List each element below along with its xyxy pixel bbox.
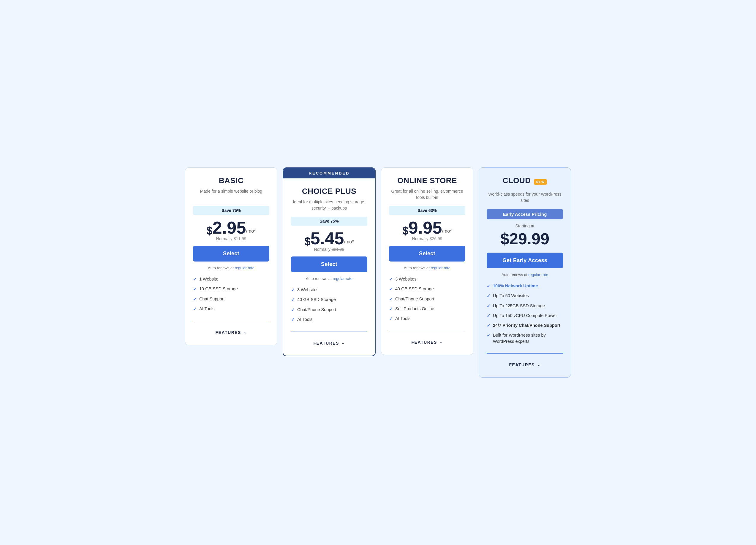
regular-rate-link[interactable]: regular rate [528,272,548,277]
features-toggle[interactable]: FEATURES ⌄ [291,336,367,350]
check-icon: ✓ [291,297,295,303]
auto-renew-text: Auto renews at regular rate [389,266,465,270]
features-list: ✓ 3 Websites ✓ 40 GB SSD Storage ✓ Chat/… [389,276,465,322]
price-dollar: $ [403,226,409,236]
price-dollar: $ [305,236,311,247]
feature-item: ✓ Sell Products Online [389,306,465,312]
new-badge: NEW [534,179,547,185]
feature-item: ✓ AI Tools [291,316,367,323]
feature-text: AI Tools [199,306,214,312]
feature-text: 3 Websites [395,276,416,282]
feature-text: 1 Website [199,276,218,282]
price-period: /mo* [442,229,452,234]
features-toggle[interactable]: FEATURES ⌄ [389,336,465,349]
check-icon: ✓ [193,276,197,282]
select-button[interactable]: Select [389,246,465,262]
price-period: /mo* [246,229,256,234]
check-icon: ✓ [487,323,491,328]
feature-text: 24/7 Priority Chat/Phone Support [493,322,560,328]
feature-item: ✓ AI Tools [193,306,269,312]
pricing-container: BASICMade for a simple website or blogSa… [185,168,571,377]
chevron-down-icon: ⌄ [537,363,541,367]
price-large: $29.99 [487,230,563,248]
price-dollar: $ [207,226,213,236]
recommended-badge: RECOMMENDED [283,168,375,179]
check-icon: ✓ [291,307,295,313]
feature-item: ✓ Chat/Phone Support [389,296,465,302]
select-button[interactable]: Select [291,257,367,272]
features-label: FEATURES [216,330,241,335]
plan-description: World-class speeds for your WordPress si… [487,191,563,204]
check-icon: ✓ [389,316,393,322]
check-icon: ✓ [487,303,491,309]
price-section: $ 5.45 /mo* Normally $21.99 [291,230,367,252]
feature-text: Chat Support [199,296,224,302]
feature-item: ✓ 3 Websites [291,287,367,293]
check-icon: ✓ [291,317,295,323]
plan-divider [487,353,563,353]
check-icon: ✓ [389,286,393,292]
features-toggle[interactable]: FEATURES ⌄ [487,358,563,371]
features-list: ✓ 1 Website ✓ 10 GB SSD Storage ✓ Chat S… [193,276,269,312]
feature-item: ✓ 3 Websites [389,276,465,282]
check-icon: ✓ [193,296,197,302]
feature-text: 40 GB SSD Storage [395,286,434,292]
starting-at-label: Starting at [487,224,563,228]
feature-item: ✓ Chat Support [193,296,269,302]
save-badge: Save 75% [291,217,367,226]
feature-item: ✓ 40 GB SSD Storage [291,296,367,303]
auto-renew-text: Auto renews at regular rate [487,272,563,277]
features-label: FEATURES [509,362,535,367]
select-button[interactable]: Get Early Access [487,253,563,269]
regular-rate-link[interactable]: regular rate [431,266,450,270]
feature-item: ✓ Up To 225GB SSD Storage [487,303,563,309]
features-label: FEATURES [314,341,339,345]
check-icon: ✓ [389,296,393,302]
price-section: $ 2.95 /mo* Normally $11.99 [193,219,269,241]
price-normally: Normally $21.99 [291,247,367,252]
feature-text: Up To 225GB SSD Storage [493,303,545,309]
features-toggle[interactable]: FEATURES ⌄ [193,326,269,339]
regular-rate-link[interactable]: regular rate [235,266,254,270]
plan-card-choice-plus: RECOMMENDEDCHOICE PLUSIdeal for multiple… [283,168,376,356]
auto-renew-text: Auto renews at regular rate [193,266,269,270]
feature-item: ✓ Chat/Phone Support [291,306,367,313]
feature-item: ✓ Built for WordPress sites by WordPress… [487,332,563,344]
feature-item: ✓ 24/7 Priority Chat/Phone Support [487,322,563,328]
feature-item: ✓ AI Tools [389,315,465,322]
plan-card-online-store: ONLINE STOREGreat for all online selling… [381,168,473,355]
plan-description: Ideal for multiple sites needing storage… [291,199,367,211]
regular-rate-link[interactable]: regular rate [333,276,352,281]
plan-card-basic: BASICMade for a simple website or blogSa… [185,168,277,345]
features-list: ✓ 100% Network Uptime ✓ Up To 50 Website… [487,283,563,344]
plan-description: Made for a simple website or blog [193,188,269,201]
feature-item: ✓ 1 Website [193,276,269,282]
feature-link[interactable]: 100% Network Uptime [493,283,538,289]
features-label: FEATURES [412,340,437,345]
price-amount: 9.95 [409,219,442,236]
feature-text: Up To 150 vCPU Compute Power [493,312,557,318]
plan-divider [291,331,367,332]
feature-text: Up To 50 Websites [493,293,529,298]
check-icon: ✓ [193,286,197,292]
plan-name: BASIC [193,176,269,185]
check-icon: ✓ [487,313,491,319]
features-list: ✓ 3 Websites ✓ 40 GB SSD Storage ✓ Chat/… [291,287,367,323]
auto-renew-text: Auto renews at regular rate [291,276,367,281]
feature-text: Built for WordPress sites by WordPress e… [493,332,563,344]
feature-text: AI Tools [395,315,410,321]
feature-text: Chat/Phone Support [395,296,434,302]
chevron-down-icon: ⌄ [439,340,443,344]
price-normally: Normally $26.99 [389,236,465,241]
feature-text: 10 GB SSD Storage [199,286,238,292]
price-section: $ 9.95 /mo* Normally $26.99 [389,219,465,241]
price-normally: Normally $11.99 [193,236,269,241]
select-button[interactable]: Select [193,246,269,262]
plan-name: CLOUD [503,176,531,185]
price-section: Starting at $29.99 [487,224,563,248]
price-amount: 5.45 [311,230,344,247]
save-badge: Save 63% [389,206,465,215]
feature-item: ✓ Up To 150 vCPU Compute Power [487,312,563,319]
check-icon: ✓ [487,283,491,289]
plan-card-cloud: CLOUD NEW World-class speeds for your Wo… [479,168,571,377]
